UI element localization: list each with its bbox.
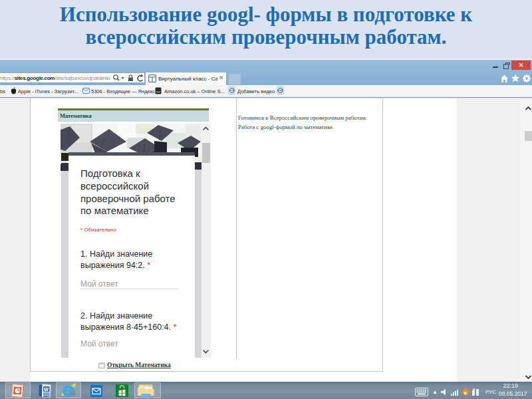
svg-text:W: W bbox=[44, 386, 49, 392]
svg-text:a: a bbox=[464, 390, 467, 396]
